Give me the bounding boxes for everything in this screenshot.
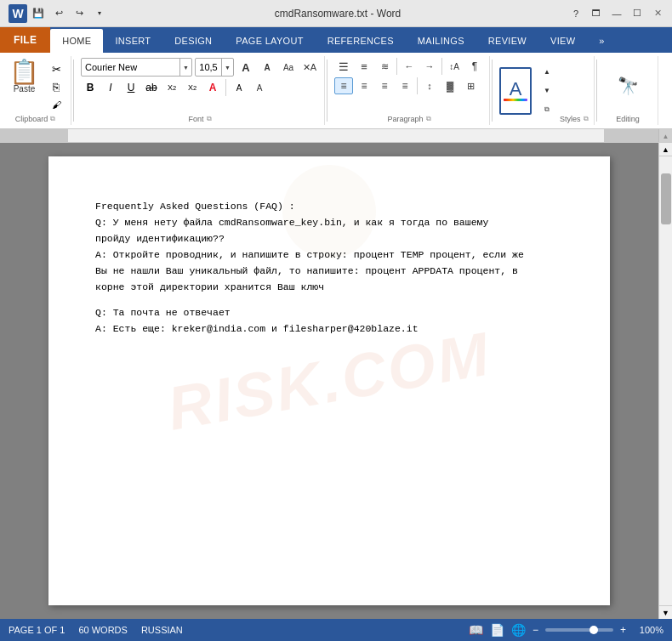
ribbon-group-editing: 🔭 Editing [599, 56, 658, 125]
styles-expander[interactable]: ⧉ [584, 115, 589, 123]
customize-button[interactable]: ▾ [90, 5, 109, 22]
vertical-scrollbar[interactable]: ▲ ▼ [658, 143, 672, 619]
scrollbar-thumb[interactable] [661, 173, 671, 224]
multilevel-list-button[interactable]: ≋ [375, 58, 394, 75]
font-size-selector[interactable]: ▼ [195, 58, 234, 77]
ribbon-body: 📋 Paste ✂ ⎘ 🖌 Clipboard ⧉ [0, 53, 672, 129]
view-read-button[interactable]: 📖 [469, 623, 483, 637]
maximize-button[interactable]: ☐ [628, 5, 646, 22]
content-area: RISK.COM Frequently Asked Questions (FAQ… [0, 143, 672, 619]
status-right: 📖 📄 🌐 − + 100% [469, 623, 663, 637]
numbering-button[interactable]: ≡ [355, 58, 373, 75]
text-highlight-button[interactable]: A [230, 79, 248, 96]
font-expander[interactable]: ⧉ [207, 115, 212, 123]
format-painter-button[interactable]: 🖌 [47, 97, 65, 112]
shading-button[interactable]: ▓ [441, 77, 459, 94]
font-color-button[interactable]: A [250, 79, 269, 96]
change-case-button[interactable]: Aa [279, 59, 298, 76]
decrease-indent-button[interactable]: ← [400, 58, 419, 75]
subscript-button[interactable]: X2 [162, 79, 181, 96]
ruler-collapse-button[interactable]: ▲ [658, 129, 672, 143]
view-print-button[interactable]: 📄 [490, 623, 504, 637]
grow-font-button[interactable]: A [236, 59, 255, 76]
scrollbar-up-arrow[interactable]: ▲ [659, 143, 673, 156]
styles-more[interactable]: ⧉ [538, 101, 556, 118]
tab-review[interactable]: REVIEW [476, 29, 538, 53]
tab-mailings[interactable]: MAILINGS [406, 29, 476, 53]
doc-line-6: корне этой директории хранится Ваш ключ [95, 280, 563, 296]
redo-button[interactable]: ↪ [70, 5, 88, 22]
italic-button[interactable]: I [101, 79, 120, 96]
align-right-button[interactable]: ≡ [375, 77, 394, 94]
document-page[interactable]: RISK.COM Frequently Asked Questions (FAQ… [48, 156, 610, 605]
document-wrapper: RISK.COM Frequently Asked Questions (FAQ… [0, 143, 658, 619]
tab-references[interactable]: REFERENCES [316, 29, 406, 53]
scrollbar-down-arrow[interactable]: ▼ [659, 605, 673, 619]
styles-normal-button[interactable]: A [499, 67, 532, 115]
tab-insert[interactable]: INSERT [103, 29, 162, 53]
language: RUSSIAN [141, 625, 183, 635]
divider-4 [596, 60, 597, 122]
borders-button[interactable]: ⊞ [461, 77, 480, 94]
paragraph-row-2: ≡ ≡ ≡ ≡ ↕ ▓ ⊞ [334, 77, 484, 94]
font-size-input[interactable] [196, 62, 221, 72]
clipboard-expander[interactable]: ⧉ [50, 115, 55, 123]
clear-formatting-button[interactable]: ✕A [300, 59, 319, 76]
styles-a-icon: A [510, 80, 522, 99]
bullets-button[interactable]: ☰ [334, 58, 353, 75]
ribbon-group-styles: A ▲ ▼ ⧉ Styles ⧉ [494, 56, 595, 125]
zoom-in-button[interactable]: + [620, 624, 626, 636]
status-bar: PAGE 1 OF 1 60 WORDS RUSSIAN 📖 📄 🌐 − + 1… [0, 619, 672, 641]
doc-line-8: Q: Та почта не отвечает [95, 305, 563, 321]
increase-indent-button[interactable]: → [420, 58, 439, 75]
editing-button[interactable]: 🔭 [614, 72, 642, 99]
zoom-thumb [589, 626, 598, 634]
paragraph-expander[interactable]: ⧉ [426, 115, 431, 123]
shrink-font-button[interactable]: A [258, 59, 276, 76]
copy-button[interactable]: ⎘ [47, 79, 65, 94]
sort-button[interactable]: ↕A [445, 58, 464, 75]
font-name-dropdown[interactable]: ▼ [179, 58, 191, 77]
line-spacing-button[interactable]: ↕ [420, 77, 439, 94]
font-name-input[interactable] [82, 62, 179, 72]
tab-view[interactable]: VIEW [538, 29, 587, 53]
tab-design[interactable]: DESIGN [162, 29, 224, 53]
minimize-button[interactable]: — [607, 5, 626, 22]
save-button[interactable]: 💾 [29, 5, 48, 22]
font-inner-divider [225, 79, 226, 96]
restore-down-button[interactable]: 🗖 [587, 5, 606, 22]
strikethrough-button[interactable]: ab [142, 79, 161, 96]
divider-1 [73, 60, 74, 122]
justify-button[interactable]: ≡ [396, 77, 414, 94]
para-inner-div1 [396, 58, 397, 75]
styles-scroll-down[interactable]: ▼ [538, 82, 556, 99]
tab-page-layout[interactable]: PAGE LAYOUT [224, 29, 315, 53]
styles-scroll-up[interactable]: ▲ [538, 64, 556, 81]
align-center-button[interactable]: ≡ [355, 77, 373, 94]
zoom-out-button[interactable]: − [532, 624, 538, 636]
undo-button[interactable]: ↩ [49, 5, 68, 22]
para-inner-div2 [441, 58, 442, 75]
superscript-button[interactable]: X2 [183, 79, 202, 96]
tab-more[interactable]: » [587, 29, 616, 53]
cut-button[interactable]: ✂ [47, 61, 65, 77]
close-button[interactable]: ✕ [648, 5, 667, 22]
bold-button[interactable]: B [81, 79, 100, 96]
paragraph-row-1: ☰ ≡ ≋ ← → ↕A ¶ [334, 58, 484, 75]
view-web-button[interactable]: 🌐 [511, 623, 526, 637]
align-left-button[interactable]: ≡ [334, 77, 353, 94]
tab-file[interactable]: FILE [0, 27, 50, 53]
document-content[interactable]: Frequently Asked Questions (FAQ) : Q: У … [95, 199, 563, 338]
show-hide-button[interactable]: ¶ [465, 58, 484, 75]
font-name-selector[interactable]: ▼ [81, 58, 192, 77]
paste-button[interactable]: 📋 Paste [5, 58, 43, 96]
ribbon-tabs: FILE HOME INSERT DESIGN PAGE LAYOUT REFE… [0, 27, 672, 53]
help-button[interactable]: ? [567, 5, 585, 22]
doc-line-9: A: Есть еще: kreker@india.com и fileshar… [95, 321, 563, 338]
underline-button[interactable]: U [122, 79, 140, 96]
font-size-dropdown[interactable]: ▼ [221, 58, 233, 77]
text-effects-button[interactable]: A [203, 79, 222, 96]
ribbon-group-font: ▼ ▼ A A Aa ✕A B I U ab X2 [76, 56, 325, 125]
tab-home[interactable]: HOME [50, 29, 103, 53]
zoom-slider[interactable] [545, 628, 613, 632]
